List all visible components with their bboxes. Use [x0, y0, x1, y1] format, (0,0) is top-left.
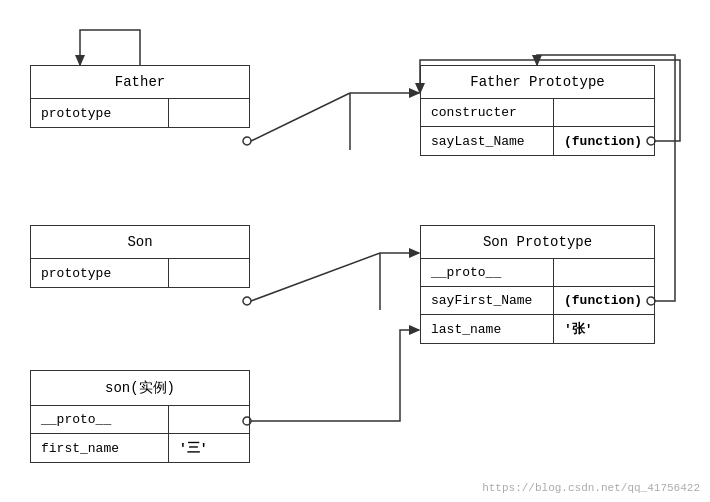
sp-sayfirst-label: sayFirst_Name: [421, 287, 554, 314]
svg-point-7: [243, 297, 251, 305]
son-instance-box: son(实例) __proto__ first_name '三': [30, 370, 250, 463]
son-title: Son: [31, 226, 249, 259]
sp-row-sayfirst: sayFirst_Name (function): [421, 287, 654, 315]
sp-lastname-label: last_name: [421, 315, 554, 343]
svg-line-3: [251, 93, 350, 141]
si-firstname-value: '三': [169, 434, 249, 462]
son-prototype-label: prototype: [31, 259, 169, 287]
son-row-prototype: prototype: [31, 259, 249, 287]
son-box: Son prototype: [30, 225, 250, 288]
sp-lastname-value: '张': [554, 315, 654, 343]
fp-constructor-value: [554, 99, 654, 126]
sp-proto-label: __proto__: [421, 259, 554, 286]
si-proto-label: __proto__: [31, 406, 169, 433]
si-row-firstname: first_name '三': [31, 434, 249, 462]
father-prototype-title: Father Prototype: [421, 66, 654, 99]
si-row-proto: __proto__: [31, 406, 249, 434]
father-prototype-row-saylast: sayLast_Name (function): [421, 127, 654, 155]
father-prototype-box: Father Prototype constructer sayLast_Nam…: [420, 65, 655, 156]
sp-row-proto: __proto__: [421, 259, 654, 287]
diagram-container: Father prototype Father Prototype constr…: [0, 0, 710, 502]
fp-saylast-value: (function): [554, 127, 654, 155]
father-prototype-row-constructor: constructer: [421, 99, 654, 127]
si-firstname-label: first_name: [31, 434, 169, 462]
sp-sayfirst-value: (function): [554, 287, 654, 314]
father-box: Father prototype: [30, 65, 250, 128]
father-prototype-value: [169, 99, 249, 127]
father-row-prototype: prototype: [31, 99, 249, 127]
fp-constructor-label: constructer: [421, 99, 554, 126]
son-prototype-box: Son Prototype __proto__ sayFirst_Name (f…: [420, 225, 655, 344]
sp-proto-value: [554, 259, 654, 286]
svg-point-2: [243, 137, 251, 145]
son-prototype-value: [169, 259, 249, 287]
sp-row-lastname: last_name '张': [421, 315, 654, 343]
fp-saylast-label: sayLast_Name: [421, 127, 554, 155]
father-title: Father: [31, 66, 249, 99]
son-instance-title: son(实例): [31, 371, 249, 406]
son-prototype-title: Son Prototype: [421, 226, 654, 259]
si-proto-value: [169, 406, 249, 433]
watermark: https://blog.csdn.net/qq_41756422: [482, 482, 700, 494]
father-prototype-label: prototype: [31, 99, 169, 127]
svg-line-8: [251, 253, 380, 301]
